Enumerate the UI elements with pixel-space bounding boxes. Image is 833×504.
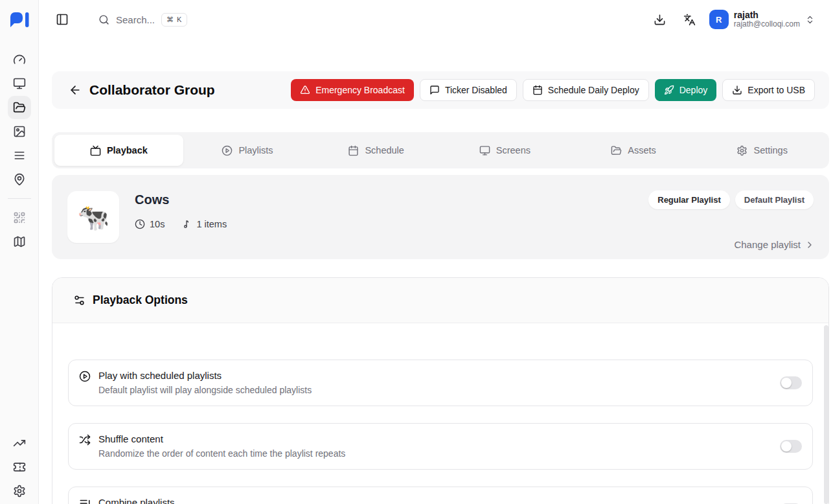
user-menu[interactable]: R rajath rajath@colloqi.com: [709, 10, 815, 29]
tab-label: Screens: [496, 145, 531, 155]
music-note-icon: [181, 219, 192, 229]
map-icon: [13, 235, 26, 248]
schedule-daily-deploy-button[interactable]: Schedule Daily Deploy: [523, 79, 649, 101]
monitor-icon: [13, 77, 26, 90]
tab-playlists[interactable]: Playlists: [183, 135, 312, 166]
page-content: Collaborator Group Emergency Broadcast T…: [39, 71, 833, 504]
gauge-icon: [13, 53, 26, 66]
sidebar-item-settings[interactable]: [8, 479, 31, 503]
deploy-button[interactable]: Deploy: [655, 79, 717, 101]
duration-value: 10s: [150, 219, 165, 229]
playback-options-body: Play with scheduled playlists Default pl…: [52, 323, 828, 504]
tab-label: Assets: [628, 145, 656, 155]
toggle-shuffle-content[interactable]: [780, 440, 802, 453]
sidebar-toggle-button[interactable]: [52, 9, 73, 30]
playlist-name: Cows: [135, 192, 227, 207]
cow-emoji: 🐄: [77, 202, 109, 233]
sidebar-item-map[interactable]: [8, 230, 31, 253]
main-area: Search... ⌘ K R rajath rajath@colloqi.co…: [39, 0, 833, 504]
tab-label: Playlists: [238, 145, 273, 155]
tab-schedule[interactable]: Schedule: [312, 135, 440, 166]
circle-play-icon: [222, 145, 233, 156]
button-label: Export to USB: [747, 85, 805, 95]
sidebar-item-locations[interactable]: [8, 168, 31, 191]
sidebar-divider: [8, 198, 31, 199]
option-title: Shuffle content: [98, 433, 345, 444]
change-playlist-link[interactable]: Change playlist: [734, 239, 815, 250]
group-tabs: Playback Playlists Schedule Screens: [52, 132, 829, 168]
chevrons-up-down-icon: [805, 15, 815, 25]
sidebar-bottom-nav: [8, 431, 31, 504]
shuffle-icon: [79, 434, 91, 446]
regular-playlist-badge[interactable]: Regular Playlist: [648, 190, 730, 209]
group-header: Collaborator Group Emergency Broadcast T…: [52, 71, 829, 109]
user-name: rajath: [734, 10, 800, 20]
calendar-icon: [532, 85, 543, 95]
back-button[interactable]: [66, 81, 84, 99]
sidebar-item-analytics[interactable]: [8, 431, 31, 455]
sidebar-item-screens[interactable]: [8, 72, 31, 95]
avatar: R: [709, 10, 729, 29]
map-pin-icon: [13, 173, 26, 186]
calendar-icon: [348, 145, 359, 156]
option-text: Play with scheduled playlists Default pl…: [98, 369, 312, 397]
chevron-right-icon: [804, 240, 815, 250]
search-shortcut-badge: ⌘ K: [161, 13, 187, 27]
topbar: Search... ⌘ K R rajath rajath@colloqi.co…: [39, 0, 833, 39]
download-icon: [732, 85, 742, 95]
export-to-usb-button[interactable]: Export to USB: [722, 79, 815, 101]
playlist-duration: 10s: [135, 219, 165, 229]
playlist-thumbnail: 🐄: [67, 191, 119, 243]
toggle-knob: [781, 441, 792, 452]
list-end-icon: [79, 498, 91, 504]
app-logo[interactable]: [0, 0, 38, 39]
search-trigger[interactable]: Search... ⌘ K: [98, 13, 187, 27]
language-button[interactable]: [679, 9, 700, 30]
option-text: Combine playlists: [98, 496, 175, 504]
arrow-left-icon: [69, 84, 82, 97]
sidebar-item-media[interactable]: [8, 120, 31, 143]
item-count-value: 1 items: [196, 219, 227, 229]
sidebar: [0, 0, 39, 504]
default-playlist-badge[interactable]: Default Playlist: [735, 190, 814, 209]
clock-icon: [135, 219, 145, 229]
sidebar-item-licenses[interactable]: [8, 455, 31, 479]
option-description: Randomize the order of content each time…: [98, 448, 345, 459]
playlist-badges: Regular Playlist Default Playlist: [648, 190, 814, 209]
user-email: rajath@colloqi.com: [734, 20, 800, 29]
button-label: Schedule Daily Deploy: [548, 85, 639, 95]
change-playlist-label: Change playlist: [734, 239, 801, 250]
tab-settings[interactable]: Settings: [698, 135, 827, 166]
option-title: Combine playlists: [98, 497, 175, 504]
toggle-play-with-scheduled[interactable]: [780, 376, 802, 389]
sidebar-item-playlists[interactable]: [8, 144, 31, 167]
default-playlist-card: 🐄 Cows 10s 1 items: [52, 175, 829, 259]
playlist-meta: 10s 1 items: [135, 219, 227, 229]
sidebar-nav: [8, 48, 31, 253]
trending-up-icon: [13, 437, 26, 450]
tv-icon: [90, 145, 101, 156]
emergency-broadcast-button[interactable]: Emergency Broadcast: [291, 79, 414, 101]
gear-icon: [13, 485, 26, 498]
rows-icon: [13, 149, 26, 162]
ticker-disabled-button[interactable]: Ticker Disabled: [420, 79, 517, 101]
scrollbar-thumb[interactable]: [824, 325, 828, 504]
search-icon: [98, 14, 109, 25]
circle-play-icon: [79, 371, 91, 382]
sliders-icon: [73, 294, 86, 306]
tab-playback[interactable]: Playback: [54, 135, 183, 166]
tab-screens[interactable]: Screens: [440, 135, 569, 166]
option-text: Shuffle content Randomize the order of c…: [98, 432, 345, 461]
image-icon: [13, 125, 26, 138]
sidebar-item-dashboard[interactable]: [8, 48, 31, 71]
button-label: Ticker Disabled: [445, 85, 507, 95]
option-combine-playlists: Combine playlists: [68, 487, 813, 504]
tab-assets[interactable]: Assets: [569, 135, 698, 166]
gear-icon: [736, 145, 747, 156]
qr-code-icon: [13, 211, 26, 224]
sidebar-item-groups[interactable]: [8, 96, 31, 119]
download-app-button[interactable]: [650, 9, 670, 30]
sidebar-item-qr-code[interactable]: [8, 206, 31, 229]
download-icon: [654, 14, 666, 26]
button-label: Emergency Broadcast: [315, 85, 405, 95]
